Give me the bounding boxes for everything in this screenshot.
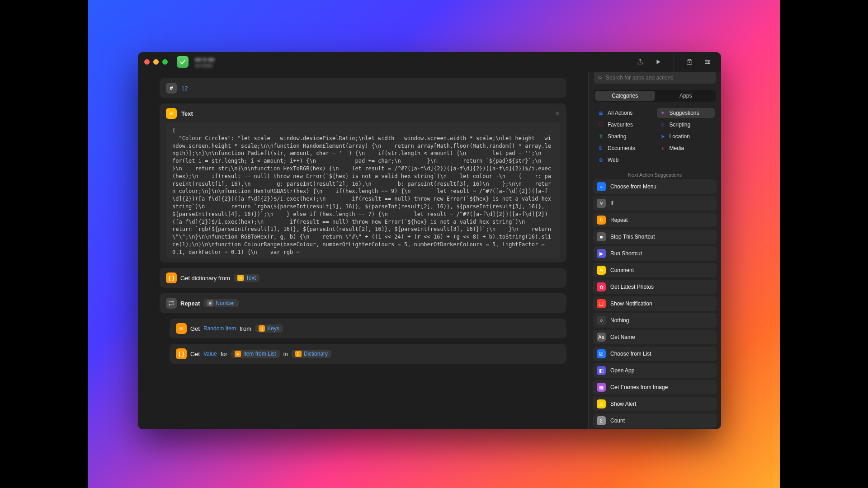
suggestion-icon: ◧ — [597, 366, 606, 375]
dictionary-token[interactable]: {} Dictionary — [292, 350, 331, 358]
workflow-editor[interactable]: # 12 Text ✕ { "Colour Circles": "let sca… — [138, 72, 588, 429]
hash-token-icon: # — [207, 300, 213, 306]
settings-icon[interactable] — [703, 57, 712, 66]
category-suggestions[interactable]: ✦Suggestions — [657, 108, 715, 118]
suggestion-label: Stop This Shortcut — [610, 234, 655, 240]
tab-categories[interactable]: Categories — [595, 91, 655, 101]
share-icon[interactable] — [636, 57, 645, 66]
svg-point-3 — [706, 63, 708, 64]
keys-token[interactable]: {} Keys — [255, 324, 283, 333]
desktop-wallpaper: ■■ ■ ■■ ■■ ■■■■ # — [88, 0, 780, 488]
number-token[interactable]: # Number — [203, 299, 239, 307]
category-media[interactable]: ♪Media — [657, 143, 715, 153]
suggestion-if[interactable]: ⑂If — [593, 196, 717, 211]
close-icon[interactable]: ✕ — [555, 110, 560, 117]
keys-token-icon: {} — [259, 325, 265, 332]
suggestion-show-alert[interactable]: ⚠Show Alert — [593, 397, 717, 411]
dictionary-value-icon: { } — [176, 348, 187, 359]
text-icon — [166, 108, 177, 119]
suggestion-icon: ■ — [597, 232, 606, 241]
svg-rect-8 — [179, 328, 183, 329]
suggestion-stop-this-shortcut[interactable]: ■Stop This Shortcut — [593, 230, 717, 244]
suggestion-label: Choose from List — [610, 351, 651, 357]
window-subtitle: ■■ ■■■■ — [195, 63, 214, 68]
search-field[interactable] — [594, 72, 716, 84]
category-label: Documents — [608, 145, 635, 151]
category-favourites[interactable]: ♡Favourites — [595, 120, 653, 130]
for-label: for — [221, 351, 227, 357]
suggestion-show-notification[interactable]: ❑Show Notification — [593, 296, 717, 311]
category-web[interactable]: ⊕Web — [595, 155, 653, 165]
number-value[interactable]: 12 — [181, 85, 188, 92]
category-all-actions[interactable]: ≣All Actions — [595, 108, 653, 118]
suggestion-count[interactable]: ΣCount — [593, 413, 717, 428]
text-action-title: Text — [181, 110, 193, 117]
text-action-body[interactable]: { "Colour Circles": "let scale = window.… — [166, 122, 560, 258]
category-scripting[interactable]: ⎋Scripting — [657, 120, 715, 130]
suggestion-icon: ≡ — [597, 182, 606, 191]
get-dictionary-action[interactable]: { } Get dictionary from ≡ Text — [160, 268, 566, 288]
list-token-icon: ≡ — [235, 351, 241, 357]
value-token[interactable]: Value — [203, 351, 217, 357]
text-action[interactable]: Text ✕ { "Colour Circles": "let scale = … — [160, 103, 566, 263]
suggestion-icon: ↻ — [597, 216, 606, 225]
run-icon[interactable] — [654, 57, 663, 66]
list-icon — [176, 323, 187, 334]
search-input[interactable] — [606, 75, 712, 81]
svg-rect-4 — [170, 112, 173, 113]
suggestion-label: Run Shortcut — [610, 250, 642, 257]
suggestion-icon: ▦ — [597, 383, 606, 392]
suggestion-open-app[interactable]: ◧Open App — [593, 363, 717, 378]
suggestion-label: Choose from Menu — [610, 183, 656, 190]
category-label: Scripting — [670, 122, 691, 128]
category-icon: 🗎 — [598, 145, 604, 151]
window-body: # 12 Text ✕ { "Colour Circles": "let sca… — [138, 72, 721, 429]
suggestions-list[interactable]: ≡Choose from Menu⑂If↻Repeat■Stop This Sh… — [589, 179, 721, 429]
minimize-window-button[interactable] — [153, 59, 159, 65]
category-sharing[interactable]: ⇪Sharing — [595, 131, 653, 141]
library-icon[interactable] — [685, 57, 694, 66]
suggestion-label: Show Notification — [610, 300, 652, 307]
action-library-sidebar: Categories Apps ≣All Actions✦Suggestions… — [588, 72, 721, 429]
suggestion-icon: ⑂ — [597, 199, 606, 208]
suggestion-get-frames-from-image[interactable]: ▦Get Frames from Image — [593, 380, 717, 394]
suggestion-choose-from-list[interactable]: ☑Choose from List — [593, 347, 717, 361]
suggestion-repeat[interactable]: ↻Repeat — [593, 213, 717, 227]
category-label: Favourites — [608, 122, 633, 128]
svg-rect-5 — [170, 113, 173, 114]
suggestion-comment[interactable]: ✎Comment — [593, 263, 717, 277]
suggestion-get-latest-photos[interactable]: ✿Get Latest Photos — [593, 280, 717, 294]
item-from-list-token[interactable]: ≡ Item from List — [231, 350, 280, 358]
random-item-token[interactable]: Random Item — [203, 325, 236, 332]
text-token[interactable]: ≡ Text — [234, 274, 259, 282]
suggestion-get-name[interactable]: AaGet Name — [593, 330, 717, 344]
suggestions-header: Next Action Suggestions — [589, 169, 721, 179]
suggestion-run-shortcut[interactable]: ▶Run Shortcut — [593, 246, 717, 261]
get-random-item-action[interactable]: Get Random Item from {} Keys — [170, 319, 566, 338]
category-icon: ➤ — [660, 133, 666, 140]
category-documents[interactable]: 🗎Documents — [595, 143, 653, 153]
number-action[interactable]: # 12 — [160, 78, 566, 98]
zoom-window-button[interactable] — [162, 59, 168, 65]
category-icon: ♪ — [660, 145, 666, 151]
suggestion-nothing[interactable]: ○Nothing — [593, 313, 717, 328]
close-window-button[interactable] — [144, 59, 150, 65]
tab-apps[interactable]: Apps — [656, 90, 716, 102]
category-icon: ✦ — [660, 110, 666, 116]
suggestion-icon: ▶ — [597, 249, 606, 258]
suggestion-choose-from-menu[interactable]: ≡Choose from Menu — [593, 179, 717, 194]
svg-rect-9 — [179, 330, 183, 330]
category-label: Sharing — [608, 133, 626, 140]
category-label: Web — [608, 157, 618, 163]
suggestion-label: Get Frames from Image — [610, 384, 668, 390]
suggestion-label: If — [610, 200, 613, 206]
get-value-action[interactable]: { } Get Value for ≡ Item from List in {} — [170, 344, 566, 364]
title-stack: ■■ ■ ■■ ■■ ■■■■ — [195, 56, 214, 68]
titlebar: ■■ ■ ■■ ■■ ■■■■ — [138, 52, 721, 72]
hash-icon: # — [166, 83, 177, 94]
repeat-icon — [166, 298, 177, 309]
repeat-action[interactable]: Repeat # Number — [160, 293, 566, 313]
suggestion-label: Open App — [610, 367, 634, 374]
shortcut-app-icon — [177, 56, 189, 68]
category-location[interactable]: ➤Location — [657, 131, 715, 141]
